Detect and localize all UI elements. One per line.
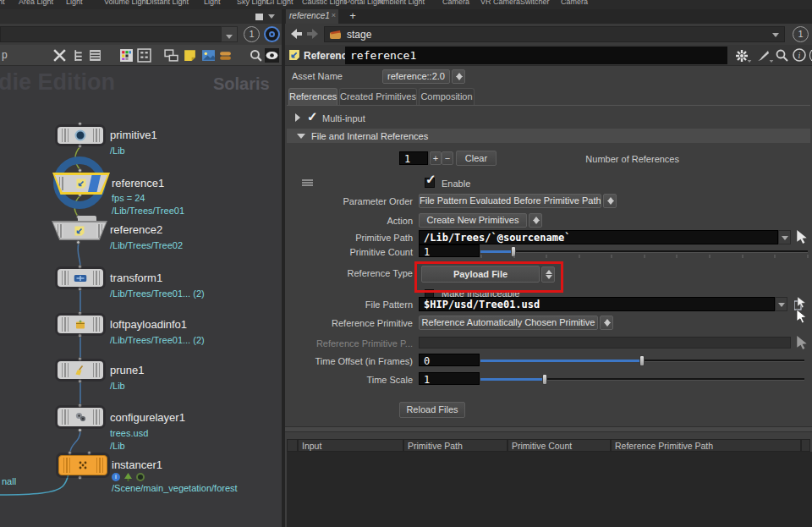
list-icon[interactable] — [88, 48, 102, 63]
hierarchy-icon[interactable] — [72, 48, 86, 63]
new-tab-button[interactable]: + — [346, 9, 359, 24]
search-icon[interactable] — [249, 48, 263, 63]
primitive-count-field[interactable]: 1 — [419, 244, 480, 257]
table-body[interactable] — [287, 452, 812, 527]
pane-tab-reference1[interactable]: reference1 × — [286, 9, 338, 24]
chevron-down-icon[interactable] — [268, 14, 275, 19]
network-path-field[interactable] — [0, 26, 222, 42]
clear-button[interactable]: Clear — [456, 151, 497, 166]
parameter-pane: reference1 × + stage 1 Reference referen… — [285, 9, 812, 527]
num-refs-field[interactable]: 1 — [399, 151, 428, 165]
snapshot-icon[interactable] — [264, 26, 280, 42]
node-configurelayer1[interactable] — [58, 408, 103, 426]
node-primitive1[interactable] — [58, 127, 103, 144]
node-name-field[interactable]: reference1 — [345, 47, 727, 64]
shelf-tool[interactable]: Ambient Light — [378, 0, 425, 6]
time-scale-slider-handle[interactable] — [542, 374, 547, 385]
reference-primitive-spinner[interactable] — [600, 316, 613, 330]
node-reference2[interactable] — [52, 221, 107, 240]
chevron-down-icon — [770, 60, 774, 63]
tab-composition[interactable]: Composition — [419, 88, 475, 105]
drag-handle-icon[interactable] — [302, 179, 313, 186]
network-editor[interactable]: die Edition Solaris — [0, 66, 282, 527]
shelf-tool[interactable]: Switcher — [520, 0, 550, 6]
close-icon[interactable]: × — [332, 11, 336, 19]
parameter-order-dropdown[interactable]: File Pattern Evaluated Before Primitive … — [419, 194, 601, 208]
note-icon[interactable] — [183, 48, 197, 63]
panel-splitter[interactable] — [285, 426, 812, 432]
tab-references[interactable]: References — [288, 88, 337, 105]
search-icon[interactable] — [775, 48, 789, 63]
wrench-icon[interactable] — [52, 48, 67, 63]
asset-name-spinner[interactable] — [452, 69, 465, 84]
shelf-tool[interactable]: Area Light — [19, 0, 53, 6]
time-offset-field[interactable]: 0 — [419, 354, 480, 366]
asset-name-dropdown[interactable]: reference::2.0 — [382, 69, 450, 84]
primitive-path-field[interactable]: /Lib/Trees/`@sourcename` — [419, 230, 778, 244]
file-refs-section-header[interactable]: File and Internal References — [287, 129, 810, 143]
table-column-reference-primitive-path[interactable]: Reference Primitive Path — [611, 439, 801, 452]
shelf-tool[interactable]: GI Light — [266, 0, 294, 6]
time-offset-slider-handle[interactable] — [639, 355, 645, 366]
shelf-tool[interactable]: Caustic Light — [302, 0, 346, 6]
reference-primitive-dropdown[interactable]: Reference Automatically Chosen Primitive — [419, 316, 598, 330]
checkmark-icon[interactable]: ✓ — [307, 109, 318, 124]
configurelayer-node-icon — [74, 412, 87, 423]
file-pattern-field[interactable]: $HIP/usd/Tree01.usd — [419, 297, 775, 311]
stage-path-field[interactable]: stage — [324, 26, 785, 42]
parameter-order-label: Parameter Order — [159, 196, 413, 206]
brush-icon[interactable] — [756, 49, 771, 63]
shelf-tool[interactable]: Camera — [442, 0, 469, 6]
table-row-header — [287, 439, 298, 452]
chevron-down-icon[interactable] — [772, 33, 779, 37]
primitive-path-menu-button[interactable] — [778, 230, 791, 244]
palette-icon[interactable] — [119, 48, 134, 63]
pick-primitive-icon[interactable] — [796, 230, 808, 244]
parameter-order-spinner[interactable] — [603, 194, 617, 208]
primitive-count-slider[interactable] — [480, 250, 808, 253]
grid-icon[interactable] — [137, 48, 151, 63]
path-dropdown-button[interactable] — [221, 26, 238, 42]
shelf-tool[interactable]: Volume Light — [104, 0, 148, 6]
table-column-input[interactable]: Input — [298, 439, 403, 452]
node-transform1[interactable] — [58, 269, 103, 287]
shelf-tool[interactable]: Distant Light — [146, 0, 189, 6]
tab-created-primitives[interactable]: Created Primitives — [339, 88, 417, 105]
shelf-tool[interactable]: VR Camera — [480, 0, 520, 6]
time-scale-field[interactable]: 1 — [419, 372, 480, 385]
action-dropdown[interactable]: Create New Primitives — [419, 213, 527, 228]
node-reference1[interactable] — [52, 173, 110, 195]
info-icon[interactable]: i — [793, 48, 807, 63]
shelf-tool[interactable]: Camera — [561, 0, 588, 6]
collapse-arrow-icon[interactable] — [295, 113, 300, 122]
chevron-down-icon — [748, 60, 752, 63]
shelf-tool[interactable]: Light — [0, 0, 5, 6]
reload-files-button[interactable]: Reload Files — [399, 402, 465, 418]
image-icon[interactable] — [201, 48, 216, 63]
choose-file-icon[interactable] — [794, 297, 806, 310]
eye-icon[interactable] — [265, 48, 279, 63]
display-option-swatch[interactable] — [255, 14, 263, 20]
shelf-tool[interactable]: Light — [66, 0, 83, 6]
instancer-node-icon — [76, 459, 90, 471]
network-pane-topstrip — [0, 9, 282, 24]
forward-icon[interactable] — [306, 28, 320, 40]
node-instancer1[interactable] — [58, 455, 107, 475]
remove-reference-button[interactable]: − — [442, 151, 453, 165]
back-icon[interactable] — [289, 28, 303, 40]
reference-primitive-path-field[interactable] — [419, 337, 791, 349]
pick-primitive-icon[interactable] — [796, 336, 808, 349]
table-column-primitive-count[interactable]: Primitive Count — [508, 439, 611, 452]
file-pattern-menu-button[interactable] — [775, 297, 787, 311]
layout-icon[interactable] — [164, 48, 178, 63]
shelf-tool[interactable]: Sky Light — [237, 0, 268, 6]
shelf-tool[interactable]: Light — [204, 0, 221, 6]
add-reference-button[interactable]: + — [430, 151, 442, 165]
action-spinner[interactable] — [529, 213, 542, 228]
multi-input-section-label[interactable]: Multi-input — [322, 113, 365, 124]
time-scale-label: Time Scale — [159, 375, 413, 385]
node-loftpayloadinfo1[interactable] — [58, 316, 103, 333]
table-column-primitive-path[interactable]: Primitive Path — [403, 439, 508, 452]
shelf-icon[interactable] — [218, 48, 233, 63]
node-prune1[interactable] — [58, 361, 103, 379]
